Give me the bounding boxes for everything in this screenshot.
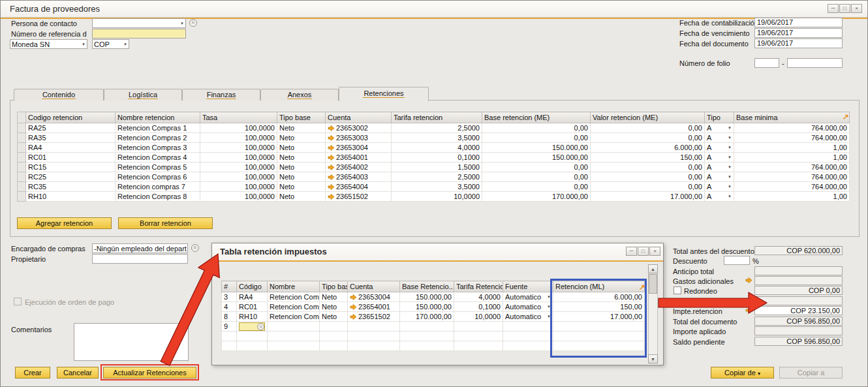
folio-number-input[interactable] xyxy=(754,58,779,68)
cell-cuenta[interactable]: 23654003 xyxy=(326,172,392,182)
scroll-down-icon[interactable]: ▼ xyxy=(648,354,658,364)
cell-base-minima[interactable]: 764.000,00 xyxy=(734,182,850,192)
cell-fuente-combo[interactable]: Automatico▼ xyxy=(503,312,553,322)
cell-codigo[interactable]: RC15 xyxy=(26,163,116,172)
cell-nombre[interactable]: Retencion Compras 4 xyxy=(116,153,200,163)
tab-retenciones[interactable]: Retenciones xyxy=(339,87,429,101)
freight-field[interactable] xyxy=(754,276,843,285)
cell-valor[interactable]: 0,00 xyxy=(591,133,705,143)
col-header-tipo-base[interactable]: Tipo base xyxy=(320,281,348,292)
cell-tasa[interactable]: 100,0000 xyxy=(200,143,277,153)
col-header-nombre[interactable]: Nombre retencion xyxy=(116,112,200,123)
cell-tipo-base[interactable]: Neto xyxy=(277,143,326,153)
comments-textarea[interactable] xyxy=(74,323,189,361)
close-icon[interactable]: × xyxy=(851,4,862,13)
link-arrow-icon[interactable] xyxy=(328,134,335,142)
cell-cuenta[interactable]: 23653004 xyxy=(348,292,400,302)
cell-tarifa[interactable]: 2,5000 xyxy=(392,123,482,133)
cell-num[interactable]: 8 xyxy=(222,312,237,322)
cell-fuente-combo[interactable]: Automatico▼ xyxy=(503,302,553,312)
cell-valor[interactable]: 6.000,00 xyxy=(591,143,705,153)
col-header-base[interactable]: Base Retencio... xyxy=(400,281,454,292)
cell-base[interactable]: 0,00 xyxy=(482,182,591,192)
cell-base-minima[interactable]: 1,00 xyxy=(734,192,850,202)
col-header-valor[interactable]: Valor retencion (ME) xyxy=(591,112,705,123)
link-arrow-icon[interactable] xyxy=(745,307,752,314)
tab-logistica[interactable]: Logística xyxy=(104,89,182,101)
cell-codigo[interactable]: RA35 xyxy=(26,133,116,143)
create-button[interactable]: Crear xyxy=(15,367,50,379)
cell-nombre[interactable]: Retencion Compr xyxy=(268,302,320,312)
cell-tipo-combo[interactable]: A▼ xyxy=(705,133,734,143)
cell-nombre[interactable]: Retencion Compras 1 xyxy=(116,123,200,133)
cell-base[interactable] xyxy=(400,322,454,332)
cell-tasa[interactable]: 100,0000 xyxy=(200,163,277,172)
col-header-fuente[interactable]: Fuente xyxy=(503,281,553,292)
copy-from-button[interactable]: Copiar de ▾ xyxy=(711,367,774,379)
cell-num[interactable]: 9 xyxy=(222,322,237,332)
cell-tipo-base[interactable]: Neto xyxy=(320,302,348,312)
payment-order-checkbox[interactable] xyxy=(14,298,22,305)
modal-titlebar[interactable]: Tabla retención impuestos xyxy=(212,243,663,260)
col-header-base[interactable]: Base retencion (ME) xyxy=(482,112,591,123)
expand-grid-icon[interactable]: ↗ xyxy=(843,112,849,121)
cell-tipo-combo[interactable]: A▼ xyxy=(705,192,734,202)
cell-num[interactable]: 3 xyxy=(222,292,237,302)
cell-codigo[interactable]: RA4 xyxy=(237,292,268,302)
col-header-tarifa[interactable]: Tarifa retencion xyxy=(392,112,482,123)
cell-tarifa[interactable]: 0,1000 xyxy=(454,302,503,312)
link-arrow-icon[interactable] xyxy=(328,144,335,151)
cell-tipo-base[interactable]: Neto xyxy=(277,123,326,133)
row-selector[interactable] xyxy=(18,192,26,202)
col-header-tipo-base[interactable]: Tipo base xyxy=(277,112,326,123)
scrollbar-thumb[interactable] xyxy=(649,274,657,294)
cell-base-minima[interactable]: 1,00 xyxy=(734,143,850,153)
reference-input[interactable] xyxy=(92,29,186,39)
cell-retencion[interactable]: 17.000,00 xyxy=(553,312,645,322)
owner-input[interactable] xyxy=(92,254,188,264)
currency-code-combo[interactable]: COP▼ xyxy=(92,39,129,49)
cell-tipo-base[interactable]: Neto xyxy=(277,163,326,172)
cell-base[interactable]: 170.000,00 xyxy=(482,192,591,202)
col-header-tarifa[interactable]: Tarifa Retencion xyxy=(454,281,503,292)
cell-valor[interactable]: 0,00 xyxy=(591,163,705,172)
cell-tipo-base[interactable]: Neto xyxy=(277,133,326,143)
col-header-cuenta[interactable]: Cuenta xyxy=(326,112,392,123)
cell-tipo-combo[interactable]: A▼ xyxy=(705,172,734,182)
row-selector[interactable] xyxy=(18,172,26,182)
cell-nombre[interactable]: Retencion Compras 8 xyxy=(116,192,200,202)
col-header-retencion-ml[interactable]: Retencion (ML) xyxy=(553,281,645,292)
cell-base[interactable]: 150.000,00 xyxy=(482,153,591,163)
cell-tarifa[interactable]: 2,5000 xyxy=(392,172,482,182)
cell-tipo-base[interactable]: Neto xyxy=(277,172,326,182)
contact-combo[interactable]: ▼ xyxy=(92,18,186,28)
cell-fuente[interactable] xyxy=(503,322,553,332)
cell-num[interactable]: 4 xyxy=(222,302,237,312)
cell-cuenta[interactable]: 23654001 xyxy=(348,302,400,312)
cell-valor[interactable]: 0,00 xyxy=(591,123,705,133)
context-menu-icon[interactable]: ≡ xyxy=(189,19,197,27)
cell-tipo-base[interactable]: Neto xyxy=(320,312,348,322)
cell-tarifa[interactable]: 3,5000 xyxy=(392,182,482,192)
col-header-codigo[interactable]: Código xyxy=(237,281,268,292)
delete-retention-button[interactable]: Borrar retencion xyxy=(118,217,213,229)
cell-codigo[interactable]: RC01 xyxy=(26,153,116,163)
currency-type-combo[interactable]: Moneda SN▼ xyxy=(10,39,87,49)
cancel-button[interactable]: Cancelar xyxy=(57,367,99,379)
cell-base-minima[interactable]: 764.000,00 xyxy=(734,172,850,182)
row-selector[interactable] xyxy=(18,143,26,153)
link-arrow-icon[interactable] xyxy=(350,313,357,320)
link-arrow-icon[interactable] xyxy=(350,294,357,301)
col-header-nombre[interactable]: Nombre xyxy=(268,281,320,292)
cell-nombre[interactable]: Retencion Compr xyxy=(268,292,320,302)
cell-cuenta[interactable]: 23653003 xyxy=(326,133,392,143)
context-menu-icon[interactable]: ≡ xyxy=(191,244,199,252)
cell-nombre[interactable]: Retencion Compras 6 xyxy=(116,172,200,182)
tab-finanzas[interactable]: Finanzas xyxy=(182,89,260,101)
cell-base-minima[interactable]: 764.000,00 xyxy=(734,163,850,172)
cell-base-minima[interactable]: 1,00 xyxy=(734,153,850,163)
posting-date-input[interactable]: 19/06/2017 xyxy=(754,18,843,27)
cell-cuenta[interactable] xyxy=(348,322,400,332)
cell-tipo-base[interactable]: Neto xyxy=(277,192,326,202)
col-header-codigo[interactable]: Codigo retencion xyxy=(26,112,116,123)
